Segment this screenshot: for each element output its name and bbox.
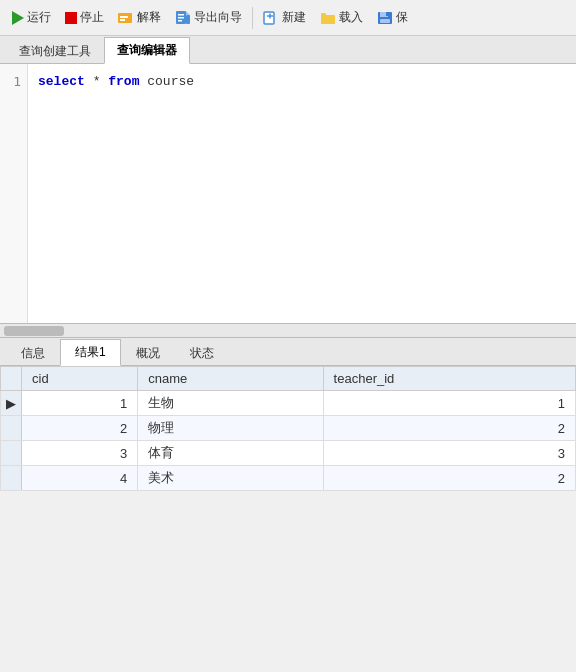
col-cid[interactable]: cid bbox=[22, 367, 138, 391]
cell-cid: 1 bbox=[22, 391, 138, 416]
tab-info[interactable]: 信息 bbox=[6, 340, 60, 366]
keyword-from: from bbox=[108, 74, 139, 89]
tab-overview[interactable]: 概况 bbox=[121, 340, 175, 366]
svg-rect-1 bbox=[120, 16, 128, 18]
table-header-row: cid cname teacher_id bbox=[1, 367, 576, 391]
load-button[interactable]: 载入 bbox=[314, 7, 369, 28]
svg-rect-12 bbox=[321, 15, 335, 24]
line-numbers: 1 bbox=[0, 64, 28, 323]
row-indicator bbox=[1, 441, 22, 466]
cell-teacher_id: 3 bbox=[323, 441, 575, 466]
table-row[interactable]: 3体育3 bbox=[1, 441, 576, 466]
svg-rect-8 bbox=[178, 20, 182, 22]
cell-teacher_id: 2 bbox=[323, 416, 575, 441]
scroll-thumb[interactable] bbox=[4, 326, 64, 336]
new-button[interactable]: 新建 bbox=[257, 7, 312, 28]
cell-cname: 美术 bbox=[138, 466, 323, 491]
export-label: 导出向导 bbox=[194, 9, 242, 26]
separator-1 bbox=[252, 7, 253, 29]
svg-rect-17 bbox=[380, 19, 390, 23]
token-table: course bbox=[147, 74, 194, 89]
svg-rect-9 bbox=[264, 12, 274, 24]
table-body: ▶1生物12物理23体育34美术2 bbox=[1, 391, 576, 491]
cell-cid: 2 bbox=[22, 416, 138, 441]
row-indicator bbox=[1, 416, 22, 441]
run-label: 运行 bbox=[27, 9, 51, 26]
main-tab-row: 查询创建工具 查询编辑器 bbox=[0, 36, 576, 64]
data-table: cid cname teacher_id ▶1生物12物理23体育34美术2 bbox=[0, 366, 576, 491]
horizontal-scrollbar[interactable] bbox=[0, 324, 576, 338]
tab-query-builder[interactable]: 查询创建工具 bbox=[6, 38, 104, 64]
tab-query-editor[interactable]: 查询编辑器 bbox=[104, 37, 190, 64]
results-section: 信息 结果1 概况 状态 cid cname teacher_id ▶1生物12… bbox=[0, 338, 576, 491]
token-star: * bbox=[93, 74, 109, 89]
svg-rect-7 bbox=[178, 17, 184, 19]
explain-icon bbox=[118, 11, 134, 25]
row-indicator bbox=[1, 466, 22, 491]
load-icon bbox=[320, 11, 336, 25]
cell-cname: 生物 bbox=[138, 391, 323, 416]
run-icon bbox=[12, 11, 24, 25]
line-number-1: 1 bbox=[6, 72, 21, 93]
toolbar: 运行 停止 解释 导出向导 新建 bbox=[0, 0, 576, 36]
svg-rect-16 bbox=[386, 12, 388, 16]
code-editor[interactable]: select * from course bbox=[28, 64, 576, 323]
svg-rect-5 bbox=[186, 15, 190, 24]
cell-cid: 4 bbox=[22, 466, 138, 491]
row-indicator: ▶ bbox=[1, 391, 22, 416]
cell-teacher_id: 2 bbox=[323, 466, 575, 491]
load-label: 载入 bbox=[339, 9, 363, 26]
col-cname[interactable]: cname bbox=[138, 367, 323, 391]
svg-rect-6 bbox=[178, 14, 184, 16]
cell-teacher_id: 1 bbox=[323, 391, 575, 416]
table-row[interactable]: 4美术2 bbox=[1, 466, 576, 491]
result-tab-row: 信息 结果1 概况 状态 bbox=[0, 338, 576, 366]
save-button[interactable]: 保 bbox=[371, 7, 414, 28]
stop-icon bbox=[65, 12, 77, 24]
cell-cname: 物理 bbox=[138, 416, 323, 441]
svg-rect-13 bbox=[321, 13, 326, 16]
svg-marker-4 bbox=[186, 11, 190, 15]
svg-rect-2 bbox=[120, 19, 125, 21]
save-icon bbox=[377, 11, 393, 25]
stop-label: 停止 bbox=[80, 9, 104, 26]
data-table-wrap: cid cname teacher_id ▶1生物12物理23体育34美术2 bbox=[0, 366, 576, 491]
tab-result1[interactable]: 结果1 bbox=[60, 339, 121, 366]
export-icon bbox=[175, 11, 191, 25]
editor-area[interactable]: 1 select * from course bbox=[0, 64, 576, 324]
table-row[interactable]: ▶1生物1 bbox=[1, 391, 576, 416]
stop-button[interactable]: 停止 bbox=[59, 7, 110, 28]
col-indicator bbox=[1, 367, 22, 391]
new-icon bbox=[263, 11, 279, 25]
table-row[interactable]: 2物理2 bbox=[1, 416, 576, 441]
col-teacher-id[interactable]: teacher_id bbox=[323, 367, 575, 391]
explain-button[interactable]: 解释 bbox=[112, 7, 167, 28]
tab-status[interactable]: 状态 bbox=[175, 340, 229, 366]
new-label: 新建 bbox=[282, 9, 306, 26]
export-button[interactable]: 导出向导 bbox=[169, 7, 248, 28]
save-label: 保 bbox=[396, 9, 408, 26]
keyword-select: select bbox=[38, 74, 85, 89]
cell-cname: 体育 bbox=[138, 441, 323, 466]
cell-cid: 3 bbox=[22, 441, 138, 466]
run-button[interactable]: 运行 bbox=[6, 7, 57, 28]
explain-label: 解释 bbox=[137, 9, 161, 26]
